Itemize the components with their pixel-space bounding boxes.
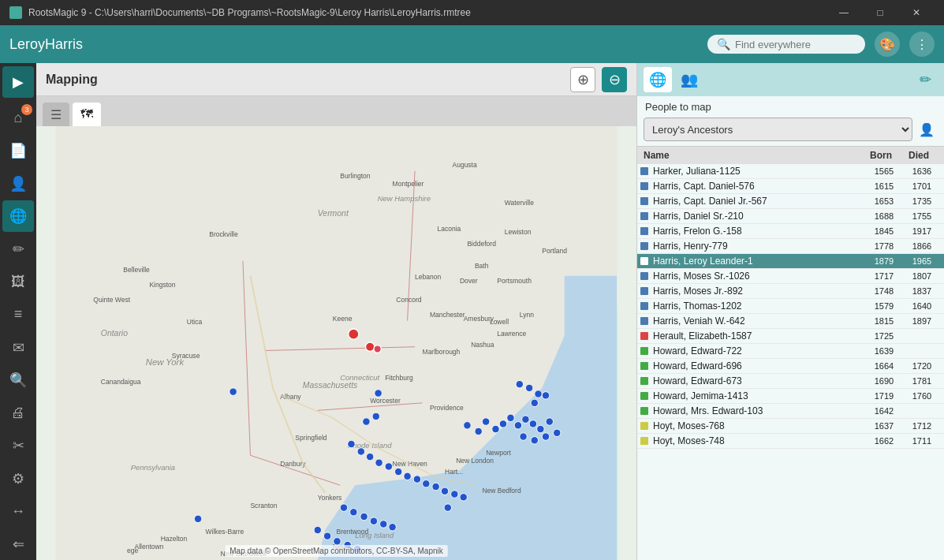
table-row[interactable]: Harris, Henry-77917781866: [637, 239, 944, 254]
svg-text:Massachusetts: Massachusetts: [303, 381, 358, 390]
row-color-indicator: [640, 287, 648, 295]
map-canvas[interactable]: Vermont New Hampshire Massachusetts Rhod…: [36, 126, 636, 560]
table-row[interactable]: Howard, Edward-67316901781: [637, 374, 944, 389]
person-add-icon: 👤: [919, 122, 935, 137]
sidebar-item-sync[interactable]: ↔: [2, 496, 34, 528]
svg-text:Hazelton: Hazelton: [161, 535, 188, 543]
svg-text:Syracuse: Syracuse: [172, 352, 200, 360]
table-row[interactable]: Harris, Frelon G.-15818451917: [637, 224, 944, 239]
row-died-year: 1720: [903, 361, 941, 371]
edit-icon: ✏: [920, 71, 931, 88]
search-box[interactable]: 🔍: [707, 35, 865, 54]
table-row[interactable]: Howard, Mrs. Edward-1031642: [637, 404, 944, 419]
row-died-year: 1807: [903, 271, 941, 281]
list-icon: ≡: [14, 306, 23, 323]
svg-point-116: [372, 413, 379, 420]
sidebar-item-person[interactable]: 👤: [2, 168, 34, 200]
sidebar-item-settings[interactable]: ⚙: [2, 463, 34, 495]
svg-point-95: [404, 472, 411, 480]
search-input[interactable]: [735, 39, 845, 50]
sidebar-item-back[interactable]: ⇐: [2, 528, 34, 560]
rp-tab-people[interactable]: 👥: [675, 67, 703, 92]
row-born-year: 1579: [865, 301, 903, 311]
sidebar-item-print[interactable]: 🖨: [2, 398, 34, 429]
theme-icon[interactable]: 🎨: [875, 32, 900, 57]
svg-text:Waterville: Waterville: [505, 199, 534, 207]
svg-point-71: [482, 418, 489, 425]
svg-point-94: [394, 468, 401, 475]
mail-icon: ✉: [13, 339, 24, 357]
table-header: Name Born Died: [637, 147, 944, 164]
svg-point-113: [444, 504, 451, 511]
zoom-in-button[interactable]: ⊕: [570, 67, 595, 92]
table-row[interactable]: Harris, Capt. Daniel Jr.-56716531735: [637, 194, 944, 209]
person-icon: 👤: [9, 175, 27, 192]
row-born-year: 1637: [865, 421, 903, 431]
svg-text:Hart...: Hart...: [445, 468, 463, 476]
maximize-button[interactable]: □: [862, 0, 898, 25]
svg-text:Ontario: Ontario: [101, 329, 128, 338]
sidebar-item-list[interactable]: ≡: [2, 299, 34, 330]
sidebar-item-home[interactable]: ⌂ 3: [2, 103, 34, 134]
menu-icon[interactable]: ⋮: [909, 32, 935, 57]
svg-text:Portsmouth: Portsmouth: [497, 277, 532, 285]
row-person-name: Harris, Daniel Sr.-210: [653, 211, 865, 222]
sidebar-item-tools[interactable]: ✂: [2, 431, 34, 462]
sidebar-item-mail[interactable]: ✉: [2, 332, 34, 364]
people-dropdown[interactable]: Leroy's Ancestors Everyone Custom list: [644, 118, 912, 141]
sidebar-item-document[interactable]: 📄: [2, 135, 34, 166]
svg-text:Newport: Newport: [486, 449, 511, 457]
sidebar-item-media[interactable]: 🖼: [2, 267, 34, 298]
row-person-name: Harris, Moses Sr.-1026: [653, 271, 865, 282]
row-died-year: 1712: [903, 421, 941, 431]
svg-point-89: [348, 440, 355, 447]
person-filter-button[interactable]: 👤: [916, 118, 938, 140]
table-row[interactable]: Hoyt, Moses-74816621711: [637, 434, 944, 449]
table-row[interactable]: Harker, Juliana-112515651636: [637, 164, 944, 179]
svg-point-109: [323, 532, 330, 539]
tab-map[interactable]: 🗺: [73, 103, 101, 126]
table-row[interactable]: Howard, Edward-7221639: [637, 344, 944, 359]
table-row[interactable]: Harris, Daniel Sr.-21016881755: [637, 209, 944, 224]
row-person-name: Harris, Thomas-1202: [653, 301, 865, 312]
svg-text:Quinte West: Quinte West: [93, 296, 130, 304]
media-icon: 🖼: [11, 274, 25, 290]
table-row[interactable]: Harris, Moses Jr.-89217481837: [637, 284, 944, 299]
table-row[interactable]: Howard, Jemima-141317191760: [637, 389, 944, 404]
sidebar-item-map[interactable]: 🌐: [2, 200, 34, 232]
close-button[interactable]: ✕: [898, 0, 935, 25]
zoom-in-icon: ⊕: [577, 71, 589, 88]
row-died-year: 1866: [903, 241, 941, 251]
tab-list[interactable]: ☰: [43, 103, 69, 126]
svg-text:Laconia: Laconia: [438, 225, 461, 233]
row-died-year: 1917: [903, 226, 941, 236]
svg-text:Brentwood: Brentwood: [337, 528, 369, 536]
svg-text:Scranton: Scranton: [250, 502, 277, 510]
sidebar-item-play[interactable]: ▶: [2, 66, 34, 98]
rp-edit-button[interactable]: ✏: [912, 67, 938, 92]
svg-point-107: [389, 524, 396, 531]
table-row[interactable]: Herault, Elizabeth-15871725: [637, 329, 944, 344]
table-row[interactable]: Harris, Moses Sr.-102617171807: [637, 269, 944, 284]
table-row[interactable]: Harris, Thomas-120215791640: [637, 299, 944, 314]
row-color-indicator: [640, 182, 648, 190]
svg-point-85: [525, 384, 532, 391]
people-table[interactable]: Name Born Died Harker, Juliana-112515651…: [637, 146, 944, 560]
globe-icon: 🌐: [9, 207, 27, 225]
sidebar-item-edit[interactable]: ✏: [2, 233, 34, 265]
rp-tab-globe[interactable]: 🌐: [644, 67, 672, 92]
table-row[interactable]: Harris, Capt. Daniel-57616151701: [637, 179, 944, 194]
svg-text:Yonkers: Yonkers: [318, 494, 341, 502]
table-row[interactable]: Hoyt, Moses-76816371712: [637, 419, 944, 434]
table-row[interactable]: Harris, Leroy Leander-118791965: [637, 254, 944, 269]
minimize-button[interactable]: —: [826, 0, 862, 25]
svg-text:New Hampshire: New Hampshire: [378, 194, 431, 203]
svg-point-110: [334, 538, 341, 545]
table-row[interactable]: Howard, Edward-69616641720: [637, 359, 944, 374]
svg-text:Providence: Providence: [430, 404, 464, 412]
table-row[interactable]: Harris, Veniah W.-64218151897: [637, 314, 944, 329]
svg-point-68: [194, 515, 201, 522]
row-person-name: Howard, Mrs. Edward-103: [653, 405, 865, 416]
zoom-out-button[interactable]: ⊖: [602, 67, 627, 92]
sidebar-item-search[interactable]: 🔍: [2, 364, 34, 396]
